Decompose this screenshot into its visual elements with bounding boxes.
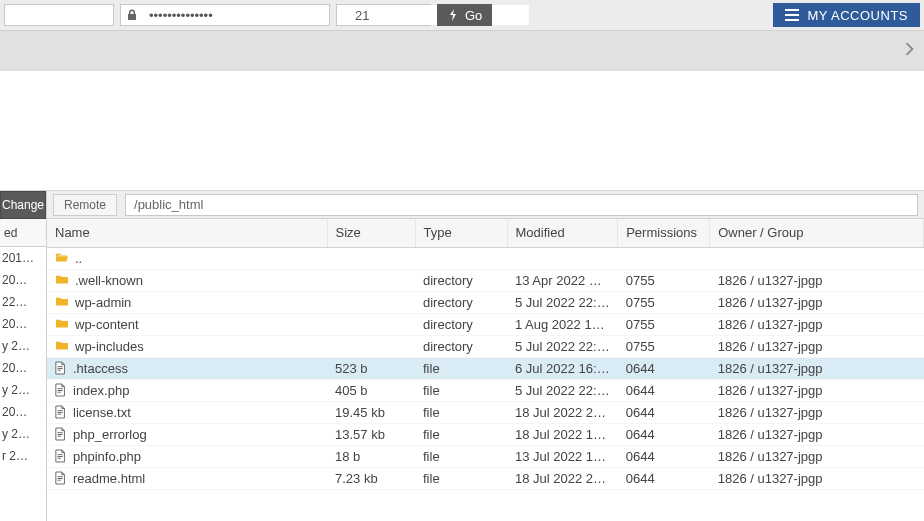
sub-bar [0, 31, 924, 71]
file-size [327, 269, 415, 291]
folder-icon [55, 340, 69, 352]
local-list-item[interactable]: y 2… [0, 335, 46, 357]
file-size: 18 b [327, 445, 415, 467]
file-type: file [415, 401, 507, 423]
file-size: 7.23 kb [327, 467, 415, 489]
file-name: .. [75, 251, 82, 266]
file-owner: 1826 / u1327-jpgp [710, 291, 924, 313]
folder-open-icon [55, 252, 69, 264]
folder-icon [55, 274, 69, 286]
password-field-wrap[interactable] [120, 4, 330, 26]
local-panel: Change ed 201… 20…22… 20…y 2… 20…y 2… 20… [0, 191, 47, 521]
file-size: 405 b [327, 379, 415, 401]
file-permissions: 0755 [618, 269, 710, 291]
col-permissions[interactable]: Permissions [618, 219, 710, 247]
file-permissions: 0644 [618, 357, 710, 379]
table-row[interactable]: wp-includesdirectory5 Jul 2022 22:…07551… [47, 335, 924, 357]
file-name: wp-admin [75, 295, 131, 310]
change-tab[interactable]: Change [0, 191, 46, 219]
connect-label: Go [465, 8, 482, 23]
file-permissions: 0644 [618, 467, 710, 489]
host-input[interactable] [4, 4, 114, 26]
file-permissions: 0755 [618, 313, 710, 335]
file-owner: 1826 / u1327-jpgp [710, 269, 924, 291]
connect-button[interactable]: Go [437, 4, 492, 26]
file-name: wp-content [75, 317, 139, 332]
file-type: file [415, 379, 507, 401]
table-row[interactable]: index.php405 bfile5 Jul 2022 22:…0644182… [47, 379, 924, 401]
folder-icon [55, 296, 69, 308]
local-list-item[interactable]: 201… [0, 247, 46, 269]
menu-icon [785, 9, 799, 21]
file-modified: 6 Jul 2022 16:… [507, 357, 618, 379]
table-row[interactable]: license.txt19.45 kbfile18 Jul 2022 2…064… [47, 401, 924, 423]
file-owner: 1826 / u1327-jpgp [710, 401, 924, 423]
folder-icon [55, 318, 69, 330]
local-list-item[interactable]: y 2… [0, 423, 46, 445]
port-field-wrap[interactable] [336, 4, 431, 26]
file-modified: 18 Jul 2022 1… [507, 423, 618, 445]
file-owner: 1826 / u1327-jpgp [710, 313, 924, 335]
file-name: .well-known [75, 273, 143, 288]
table-row[interactable]: php_errorlog13.57 kbfile18 Jul 2022 1…06… [47, 423, 924, 445]
table-row[interactable]: readme.html7.23 kbfile18 Jul 2022 2…0644… [47, 467, 924, 489]
log-area [0, 71, 924, 191]
table-row[interactable]: wp-contentdirectory1 Aug 2022 1…07551826… [47, 313, 924, 335]
col-owner[interactable]: Owner / Group [710, 219, 924, 247]
col-type[interactable]: Type [415, 219, 507, 247]
local-list-item[interactable]: 20… [0, 357, 46, 379]
file-modified: 5 Jul 2022 22:… [507, 291, 618, 313]
table-row[interactable]: .well-knowndirectory13 Apr 2022 …0755182… [47, 269, 924, 291]
file-size [327, 335, 415, 357]
file-modified: 18 Jul 2022 2… [507, 401, 618, 423]
local-list-item[interactable]: r 2… [0, 445, 46, 467]
local-list-item[interactable]: 20… [0, 269, 46, 291]
file-owner [710, 247, 924, 269]
col-name[interactable]: Name [47, 219, 327, 247]
col-modified[interactable]: Modified [507, 219, 618, 247]
table-row[interactable]: wp-admindirectory5 Jul 2022 22:…07551826… [47, 291, 924, 313]
file-size: 19.45 kb [327, 401, 415, 423]
file-modified: 5 Jul 2022 22:… [507, 379, 618, 401]
file-owner: 1826 / u1327-jpgp [710, 379, 924, 401]
local-list-item[interactable]: 22… [0, 291, 46, 313]
file-type: directory [415, 335, 507, 357]
password-input[interactable] [143, 5, 323, 25]
table-row[interactable]: phpinfo.php18 bfile13 Jul 2022 1…0644182… [47, 445, 924, 467]
chevron-right-icon[interactable] [906, 43, 914, 55]
remote-panel: Remote Name Size Type Modified Permissio… [47, 191, 924, 521]
file-owner: 1826 / u1327-jpgp [710, 423, 924, 445]
local-list-item[interactable]: 20… [0, 313, 46, 335]
file-type [415, 247, 507, 269]
file-icon [55, 383, 67, 397]
local-list-item[interactable]: y 2… [0, 379, 46, 401]
file-modified: 1 Aug 2022 1… [507, 313, 618, 335]
file-owner: 1826 / u1327-jpgp [710, 467, 924, 489]
local-list-item[interactable]: 20… [0, 401, 46, 423]
file-permissions: 0755 [618, 291, 710, 313]
local-header: ed [0, 219, 46, 247]
file-name: readme.html [73, 471, 145, 486]
file-owner: 1826 / u1327-jpgp [710, 445, 924, 467]
file-type: directory [415, 291, 507, 313]
file-name: .htaccess [73, 361, 128, 376]
file-permissions [618, 247, 710, 269]
remote-path-input[interactable] [125, 194, 918, 216]
file-type: file [415, 467, 507, 489]
file-type: directory [415, 269, 507, 291]
file-modified: 13 Apr 2022 … [507, 269, 618, 291]
file-type: file [415, 445, 507, 467]
table-header-row: Name Size Type Modified Permissions Owne… [47, 219, 924, 247]
file-table: Name Size Type Modified Permissions Owne… [47, 219, 924, 490]
remote-tab[interactable]: Remote [53, 194, 117, 216]
my-accounts-button[interactable]: MY ACCOUNTS [773, 3, 920, 27]
file-name: php_errorlog [73, 427, 147, 442]
lock-icon [127, 9, 137, 21]
table-row[interactable]: .htaccess523 bfile6 Jul 2022 16:…0644182… [47, 357, 924, 379]
file-type: file [415, 423, 507, 445]
connect-icon [447, 9, 459, 21]
col-size[interactable]: Size [327, 219, 415, 247]
table-row[interactable]: .. [47, 247, 924, 269]
file-modified [507, 247, 618, 269]
file-size [327, 313, 415, 335]
